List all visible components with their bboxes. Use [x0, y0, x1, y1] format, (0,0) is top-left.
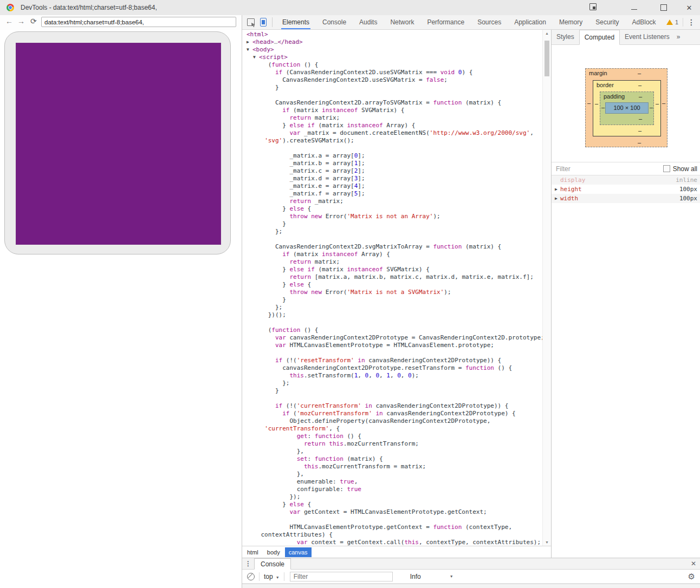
- show-all-toggle[interactable]: Show all: [663, 165, 697, 173]
- computed-property-row[interactable]: ▶width100px: [552, 194, 700, 203]
- property-name: display: [560, 175, 585, 185]
- script-source-line: _matrix.a = array[0];: [247, 152, 542, 160]
- expand-icon[interactable]: ▶: [555, 194, 560, 203]
- elements-dom-tree[interactable]: <html>▶<head>…</head>▼<body>▼<script> (f…: [242, 30, 542, 546]
- tab-memory[interactable]: Memory: [553, 15, 589, 29]
- sidebar-tab-event-listeners[interactable]: Event Listeners: [620, 30, 675, 44]
- script-source-line: } else {: [247, 281, 542, 289]
- sidebar-tab-styles[interactable]: Styles: [552, 30, 579, 44]
- console-filter-input[interactable]: [290, 572, 393, 582]
- script-source-line: (function () {: [247, 61, 542, 69]
- script-source-line: set: function (matrix) {: [247, 455, 542, 463]
- address-bar[interactable]: [41, 17, 236, 27]
- drawer-bottom-strip: [242, 584, 700, 588]
- breadcrumb-body[interactable]: body: [263, 547, 284, 557]
- show-all-checkbox[interactable]: [663, 165, 670, 172]
- devtools-menu-icon[interactable]: ⋮: [683, 18, 700, 27]
- elements-sidebar: StylesComputedEvent Listeners» margin – …: [551, 30, 700, 558]
- computed-property-row[interactable]: ▶height100px: [552, 185, 700, 194]
- sidebar-tab-computed[interactable]: Computed: [579, 30, 620, 45]
- tab-console[interactable]: Console: [316, 15, 353, 29]
- breadcrumb-canvas[interactable]: canvas: [285, 547, 312, 557]
- box-model-diagram[interactable]: margin – – – – border – – – – padding – …: [585, 68, 667, 147]
- warnings-badge[interactable]: 1: [666, 19, 678, 25]
- close-drawer-icon[interactable]: ✕: [686, 558, 700, 569]
- dom-node-line[interactable]: <html>: [247, 31, 542, 38]
- script-source-line: 'currentTransform', {: [247, 425, 542, 433]
- script-source-line: enumerable: true,: [247, 478, 542, 486]
- tab-security[interactable]: Security: [589, 15, 625, 29]
- script-source-line: }: [247, 296, 542, 304]
- script-source-line: if (CanvasRenderingContext2D.useSVGMatri…: [247, 69, 542, 76]
- filter-placeholder[interactable]: Filter: [556, 165, 571, 173]
- tab-adblock[interactable]: AdBlock: [626, 15, 663, 29]
- script-source-line: } else {: [247, 205, 542, 213]
- tab-application[interactable]: Application: [508, 15, 553, 29]
- dom-node-line[interactable]: ▶<head>…</head>: [247, 38, 542, 46]
- script-source-line: return _matrix;: [247, 198, 542, 205]
- canvas-element[interactable]: [16, 43, 221, 245]
- drawer-menu-icon[interactable]: ⋮: [242, 558, 254, 569]
- clear-console-icon[interactable]: [247, 573, 255, 580]
- script-source-line: HTMLCanvasElementPrototype.getContext = …: [247, 524, 542, 531]
- box-model-content: 100 × 100: [605, 102, 649, 114]
- script-source-line: if (!('currentTransform' in canvasRender…: [247, 402, 542, 410]
- property-value: inline: [676, 175, 697, 185]
- elements-scrollbar[interactable]: ▲ ▼: [542, 30, 551, 546]
- console-toolbar: top▼ Info▼ ⚙: [242, 570, 700, 584]
- script-source-line: }: [247, 84, 542, 92]
- breadcrumb-html[interactable]: html: [243, 547, 262, 557]
- script-source-line: [247, 92, 542, 99]
- script-source-line: if (matrix instanceof SVGMatrix) {: [247, 107, 542, 114]
- tab-elements[interactable]: Elements: [276, 15, 316, 29]
- property-value: 100px: [679, 194, 697, 203]
- script-source-line: })();: [247, 311, 542, 319]
- device-toolbar-icon[interactable]: [260, 18, 267, 27]
- script-source-line: } else if (matrix instanceof Array) {: [247, 122, 542, 129]
- tab-performance[interactable]: Performance: [420, 15, 471, 29]
- toolbar-separator: [259, 572, 260, 581]
- inspect-element-icon[interactable]: [247, 18, 255, 26]
- forward-button[interactable]: →: [17, 17, 25, 25]
- computed-filter-bar: Filter Show all: [552, 162, 700, 175]
- script-source-line: _matrix.f = array[5];: [247, 190, 542, 198]
- back-button[interactable]: ←: [5, 17, 13, 25]
- minimize-button[interactable]: [623, 0, 645, 15]
- devtools-tabs: ElementsConsoleAuditsNetworkPerformanceS…: [276, 15, 663, 29]
- script-source-line: return this.mozCurrentTransform;: [247, 440, 542, 448]
- close-button[interactable]: ✕: [678, 0, 700, 15]
- tab-network[interactable]: Network: [384, 15, 420, 29]
- gear-icon[interactable]: ⚙: [688, 572, 695, 582]
- script-source-line: return matrix;: [247, 114, 542, 122]
- title-bar: DevTools - data:text/html;charset=utf-8;…: [0, 0, 700, 16]
- maximize-button[interactable]: [653, 0, 675, 15]
- tab-audits[interactable]: Audits: [353, 15, 384, 29]
- browser-navbar: ← → ⟳: [0, 15, 242, 30]
- sidebar-more-tabs-icon[interactable]: »: [675, 30, 683, 44]
- scrollbar-thumb[interactable]: [545, 41, 549, 76]
- sidebar-tabs: StylesComputedEvent Listeners»: [552, 30, 700, 45]
- device-frame: [4, 31, 231, 254]
- chevron-down-icon: ▼: [450, 574, 453, 578]
- log-level-selector[interactable]: Info▼: [410, 573, 453, 580]
- tab-sources[interactable]: Sources: [471, 15, 508, 29]
- computed-property-row[interactable]: displayinline: [552, 175, 700, 185]
- script-source-line: throw new Error('Matrix is not a SVGMatr…: [247, 289, 542, 296]
- reload-button[interactable]: ⟳: [30, 17, 37, 25]
- computed-properties: displayinline▶height100px▶width100px: [552, 175, 700, 203]
- tab-console-drawer[interactable]: Console: [254, 558, 291, 570]
- dom-node-line[interactable]: ▼<script>: [247, 54, 542, 61]
- script-source-line: _matrix.d = array[3];: [247, 175, 542, 182]
- dock-window-icon[interactable]: [589, 3, 597, 10]
- scroll-up-icon[interactable]: ▲: [543, 31, 551, 35]
- script-source-line: [247, 236, 542, 243]
- page-viewport: [0, 30, 242, 588]
- devtools-toolbar: ElementsConsoleAuditsNetworkPerformanceS…: [242, 15, 700, 30]
- breadcrumb: htmlbodycanvas: [242, 546, 551, 558]
- scroll-down-icon[interactable]: ▼: [543, 540, 551, 544]
- border-label: border: [597, 82, 614, 88]
- context-selector[interactable]: top▼: [264, 573, 280, 580]
- expand-icon[interactable]: ▶: [555, 185, 560, 194]
- script-source-line: } else if (matrix instanceof SVGMatrix) …: [247, 266, 542, 273]
- dom-node-line[interactable]: ▼<body>: [247, 46, 542, 54]
